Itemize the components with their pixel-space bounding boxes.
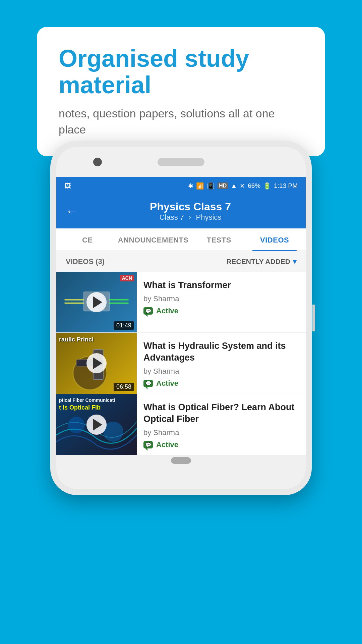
breadcrumb-separator: ›: [189, 213, 193, 221]
video-duration-1: 01:49: [114, 321, 134, 330]
video-author-1: by Sharma: [143, 294, 299, 303]
videos-count-label: VIDEOS (3): [66, 257, 105, 266]
video-item-2[interactable]: raulic Princi 06:58: [56, 333, 306, 394]
play-button-2[interactable]: [86, 353, 107, 373]
phone-home-button-area: [56, 455, 306, 466]
breadcrumb-class: Class 7: [160, 213, 184, 221]
header-title-area: Physics Class 7 Class 7 › Physics: [84, 201, 296, 222]
clock: 1:13 PM: [274, 182, 298, 190]
thumbnail-2: raulic Princi 06:58: [56, 333, 137, 394]
wifi-icon: ▲: [231, 182, 237, 190]
video-title-1: What is Transformer: [143, 279, 299, 291]
play-button-1[interactable]: [86, 292, 107, 312]
play-icon-1: [93, 296, 102, 308]
app-header: ← Physics Class 7 Class 7 › Physics: [56, 195, 306, 228]
phone-screen: 🖼 ✱ 📶 📳 HD ▲ ✕ 66% 🔋 1:13 PM ←: [56, 177, 306, 455]
play-button-3[interactable]: [86, 415, 107, 435]
video-item-1[interactable]: ACN 01:49 What is Transformer by Sharma: [56, 272, 306, 333]
hd-label: HD: [218, 182, 228, 189]
phone-bottom-bezel: [56, 466, 306, 489]
video-duration-2: 06:58: [114, 383, 134, 391]
video-info-2: What is Hydraulic System and its Advanta…: [137, 333, 306, 394]
sort-dropdown[interactable]: RECENTLY ADDED ▾: [226, 258, 296, 266]
chat-icon-2: 💬: [143, 380, 153, 387]
speech-bubble: Organised study material notes, question…: [37, 27, 325, 156]
vibrate-icon: 📳: [207, 182, 215, 190]
video-status-3: 💬 Active: [143, 440, 299, 449]
phone-home-button[interactable]: [171, 457, 191, 464]
photo-icon: 🖼: [64, 182, 71, 190]
bluetooth-icon: ✱: [188, 182, 193, 190]
chat-icon-3: 💬: [143, 441, 153, 448]
play-icon-3: [93, 419, 102, 431]
chevron-down-icon: ▾: [293, 258, 296, 266]
bubble-title: Organised study material: [59, 45, 303, 98]
bubble-subtitle: notes, question papers, solutions all at…: [59, 106, 303, 138]
tab-tests[interactable]: TESTS: [191, 228, 247, 251]
status-bar: 🖼 ✱ 📶 📳 HD ▲ ✕ 66% 🔋 1:13 PM: [56, 177, 306, 195]
status-left: 🖼: [64, 182, 71, 190]
video-title-3: What is Optical Fiber? Learn About Optic…: [143, 401, 299, 425]
network-icon: ✕: [240, 182, 245, 190]
video-item-3[interactable]: ptical Fiber Communicati t is Optical Fi…: [56, 394, 306, 455]
tabs-bar: CE ANNOUNCEMENTS TESTS VIDEOS: [56, 228, 306, 251]
phone-top-bezel: [56, 147, 306, 177]
chat-icon-inner-1: 💬: [145, 309, 151, 313]
phone-side-button[interactable]: [312, 305, 315, 331]
video-author-3: by Sharma: [143, 428, 299, 437]
battery-icon: 🔋: [263, 182, 271, 190]
status-right: ✱ 📶 📳 HD ▲ ✕ 66% 🔋 1:13 PM: [188, 182, 298, 190]
thumbnail-play-overlay-3: [56, 394, 137, 455]
status-text-2: Active: [156, 379, 178, 388]
video-status-2: 💬 Active: [143, 379, 299, 388]
app-header-breadcrumb: Class 7 › Physics: [84, 213, 296, 222]
phone-mockup: 🖼 ✱ 📶 📳 HD ▲ ✕ 66% 🔋 1:13 PM ←: [50, 141, 312, 495]
chat-icon-inner-2: 💬: [145, 381, 151, 386]
tab-announcements[interactable]: ANNOUNCEMENTS: [115, 228, 191, 251]
video-author-2: by Sharma: [143, 367, 299, 376]
thumbnail-1: ACN 01:49: [56, 272, 137, 332]
video-info-3: What is Optical Fiber? Learn About Optic…: [137, 394, 306, 455]
battery-text: 66%: [248, 182, 260, 190]
back-button[interactable]: ←: [66, 204, 78, 218]
tab-videos[interactable]: VIDEOS: [247, 228, 302, 251]
status-text-3: Active: [156, 440, 178, 449]
app-header-title: Physics Class 7: [84, 201, 296, 213]
breadcrumb-subject: Physics: [196, 213, 222, 221]
chat-icon-1: 💬: [143, 307, 153, 315]
top-area: Organised study material notes, question…: [0, 0, 362, 156]
video-list: ACN 01:49 What is Transformer by Sharma: [56, 272, 306, 455]
chat-icon-inner-3: 💬: [145, 442, 151, 447]
phone-outer: 🖼 ✱ 📶 📳 HD ▲ ✕ 66% 🔋 1:13 PM ←: [50, 141, 312, 495]
video-status-1: 💬 Active: [143, 307, 299, 315]
status-text-1: Active: [156, 307, 178, 315]
tab-ce[interactable]: CE: [60, 228, 115, 251]
sort-label: RECENTLY ADDED: [226, 258, 290, 266]
video-info-1: What is Transformer by Sharma 💬 Active: [137, 272, 306, 332]
play-icon-2: [93, 357, 102, 369]
thumbnail-3: ptical Fiber Communicati t is Optical Fi…: [56, 394, 137, 455]
phone-speaker: [158, 158, 204, 166]
phone-camera: [93, 158, 102, 166]
video-title-2: What is Hydraulic System and its Advanta…: [143, 340, 299, 364]
signal-icon: 📶: [196, 182, 204, 190]
filter-bar: VIDEOS (3) RECENTLY ADDED ▾: [56, 251, 306, 272]
